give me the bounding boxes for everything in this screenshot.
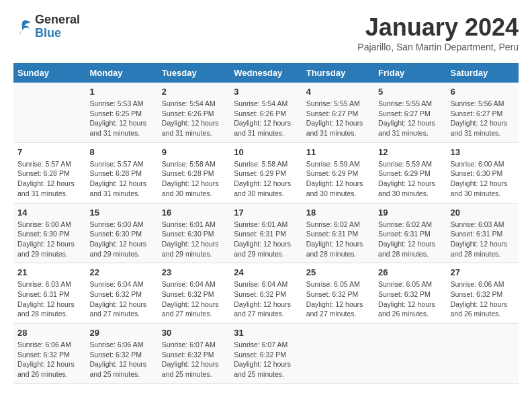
calendar-cell: 25Sunrise: 6:05 AMSunset: 6:32 PMDayligh… [302,263,374,324]
day-number: 15 [89,208,153,218]
logo: General Blue [13,13,80,40]
day-info: Sunrise: 5:58 AMSunset: 6:28 PMDaylight:… [162,159,226,199]
calendar-cell: 16Sunrise: 6:01 AMSunset: 6:30 PMDayligh… [158,203,230,263]
calendar-cell: 12Sunrise: 5:59 AMSunset: 6:29 PMDayligh… [374,142,446,203]
day-info: Sunrise: 6:03 AMSunset: 6:31 PMDaylight:… [451,220,515,259]
day-info: Sunrise: 5:54 AMSunset: 6:26 PMDaylight:… [234,99,298,138]
calendar-cell: 27Sunrise: 6:06 AMSunset: 6:32 PMDayligh… [447,263,519,324]
calendar-cell: 6Sunrise: 5:56 AMSunset: 6:27 PMDaylight… [447,83,519,142]
calendar-cell: 31Sunrise: 6:07 AMSunset: 6:32 PMDayligh… [230,324,302,384]
day-info: Sunrise: 6:00 AMSunset: 6:30 PMDaylight:… [17,220,81,259]
day-info: Sunrise: 5:58 AMSunset: 6:29 PMDaylight:… [234,159,298,199]
calendar-cell [447,324,519,384]
page-header: General Blue January 2024 Pajarillo, San… [13,13,519,52]
day-info: Sunrise: 5:54 AMSunset: 6:26 PMDaylight:… [162,99,226,138]
day-info: Sunrise: 5:55 AMSunset: 6:27 PMDaylight:… [378,99,442,138]
day-number: 9 [162,147,226,157]
day-info: Sunrise: 6:00 AMSunset: 6:30 PMDaylight:… [451,159,515,199]
col-friday: Friday [374,63,446,83]
col-sunday: Sunday [13,63,85,83]
calendar-cell: 5Sunrise: 5:55 AMSunset: 6:27 PMDaylight… [374,83,446,142]
day-number: 17 [234,208,298,218]
logo-blue: Blue [35,27,80,40]
day-number: 22 [89,267,153,277]
day-number: 30 [162,328,226,338]
calendar-header: Sunday Monday Tuesday Wednesday Thursday… [13,63,519,83]
day-info: Sunrise: 6:02 AMSunset: 6:31 PMDaylight:… [378,220,442,259]
calendar-cell: 21Sunrise: 6:03 AMSunset: 6:31 PMDayligh… [13,263,85,324]
day-info: Sunrise: 5:55 AMSunset: 6:27 PMDaylight:… [306,99,370,138]
day-number: 1 [89,87,153,97]
day-number: 28 [17,328,81,338]
calendar-cell: 14Sunrise: 6:00 AMSunset: 6:30 PMDayligh… [13,203,85,263]
calendar-row: 21Sunrise: 6:03 AMSunset: 6:31 PMDayligh… [13,263,519,324]
day-number: 27 [451,267,515,277]
day-number: 8 [89,147,153,157]
calendar-cell [302,324,374,384]
day-number: 5 [378,87,442,97]
day-info: Sunrise: 6:04 AMSunset: 6:32 PMDaylight:… [89,279,153,319]
day-info: Sunrise: 6:01 AMSunset: 6:31 PMDaylight:… [234,220,298,259]
col-saturday: Saturday [447,63,519,83]
day-number: 6 [451,87,515,97]
day-number: 21 [17,267,81,277]
calendar-cell: 17Sunrise: 6:01 AMSunset: 6:31 PMDayligh… [230,203,302,263]
day-info: Sunrise: 5:53 AMSunset: 6:25 PMDaylight:… [89,99,153,138]
day-number: 13 [451,147,515,157]
day-number: 16 [162,208,226,218]
col-tuesday: Tuesday [158,63,230,83]
day-number: 25 [306,267,370,277]
location: Pajarillo, San Martin Department, Peru [357,42,519,52]
day-info: Sunrise: 6:06 AMSunset: 6:32 PMDaylight:… [89,340,153,379]
day-info: Sunrise: 6:03 AMSunset: 6:31 PMDaylight:… [17,279,81,319]
calendar-cell: 11Sunrise: 5:59 AMSunset: 6:29 PMDayligh… [302,142,374,203]
calendar-cell: 4Sunrise: 5:55 AMSunset: 6:27 PMDaylight… [302,83,374,142]
day-number: 18 [306,208,370,218]
calendar-cell: 30Sunrise: 6:07 AMSunset: 6:32 PMDayligh… [158,324,230,384]
col-wednesday: Wednesday [230,63,302,83]
day-number: 12 [378,147,442,157]
day-info: Sunrise: 6:05 AMSunset: 6:32 PMDaylight:… [306,279,370,319]
logo-general: General [35,13,80,27]
day-number: 24 [234,267,298,277]
day-number: 14 [17,208,81,218]
day-number: 19 [378,208,442,218]
month-title: January 2024 [357,13,519,42]
calendar-cell: 20Sunrise: 6:03 AMSunset: 6:31 PMDayligh… [447,203,519,263]
calendar-cell: 2Sunrise: 5:54 AMSunset: 6:26 PMDaylight… [158,83,230,142]
day-number: 23 [162,267,226,277]
calendar-cell [374,324,446,384]
calendar-row: 28Sunrise: 6:06 AMSunset: 6:32 PMDayligh… [13,324,519,384]
day-number: 4 [306,87,370,97]
calendar-body: 1Sunrise: 5:53 AMSunset: 6:25 PMDaylight… [13,83,519,383]
calendar-row: 1Sunrise: 5:53 AMSunset: 6:25 PMDaylight… [13,83,519,142]
day-info: Sunrise: 6:02 AMSunset: 6:31 PMDaylight:… [306,220,370,259]
calendar-row: 7Sunrise: 5:57 AMSunset: 6:28 PMDaylight… [13,142,519,203]
day-info: Sunrise: 6:04 AMSunset: 6:32 PMDaylight:… [162,279,226,319]
day-info: Sunrise: 5:59 AMSunset: 6:29 PMDaylight:… [378,159,442,199]
calendar-cell: 7Sunrise: 5:57 AMSunset: 6:28 PMDaylight… [13,142,85,203]
logo-bird-icon [13,17,32,36]
day-number: 3 [234,87,298,97]
day-info: Sunrise: 6:07 AMSunset: 6:32 PMDaylight:… [162,340,226,379]
day-info: Sunrise: 5:57 AMSunset: 6:28 PMDaylight:… [17,159,81,199]
day-info: Sunrise: 6:01 AMSunset: 6:30 PMDaylight:… [162,220,226,259]
calendar-cell: 9Sunrise: 5:58 AMSunset: 6:28 PMDaylight… [158,142,230,203]
calendar-table: Sunday Monday Tuesday Wednesday Thursday… [13,63,519,384]
calendar-cell [13,83,85,142]
day-info: Sunrise: 5:56 AMSunset: 6:27 PMDaylight:… [451,99,515,138]
day-number: 11 [306,147,370,157]
day-number: 7 [17,147,81,157]
calendar-cell: 22Sunrise: 6:04 AMSunset: 6:32 PMDayligh… [85,263,157,324]
day-number: 29 [89,328,153,338]
calendar-cell: 13Sunrise: 6:00 AMSunset: 6:30 PMDayligh… [447,142,519,203]
day-number: 31 [234,328,298,338]
calendar-cell: 28Sunrise: 6:06 AMSunset: 6:32 PMDayligh… [13,324,85,384]
calendar-cell: 15Sunrise: 6:00 AMSunset: 6:30 PMDayligh… [85,203,157,263]
day-number: 2 [162,87,226,97]
col-monday: Monday [85,63,157,83]
day-info: Sunrise: 6:05 AMSunset: 6:32 PMDaylight:… [378,279,442,319]
calendar-cell: 10Sunrise: 5:58 AMSunset: 6:29 PMDayligh… [230,142,302,203]
day-info: Sunrise: 6:06 AMSunset: 6:32 PMDaylight:… [451,279,515,319]
calendar-row: 14Sunrise: 6:00 AMSunset: 6:30 PMDayligh… [13,203,519,263]
